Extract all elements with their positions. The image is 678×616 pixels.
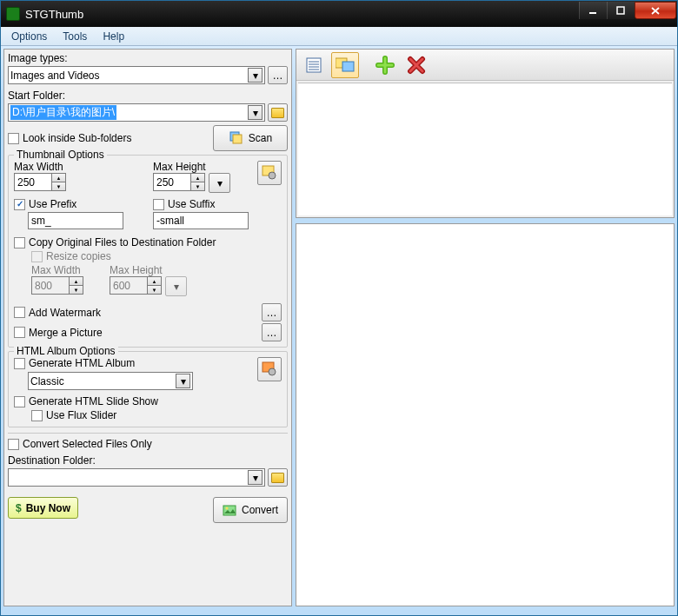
suffix-input[interactable]	[153, 212, 249, 229]
client-area: Image types: Images and Videos ▾ … Start…	[1, 46, 677, 615]
destination-folder-label: Destination Folder:	[8, 454, 288, 467]
dollar-icon: $	[16, 502, 22, 514]
separator	[8, 433, 288, 434]
folder-icon	[271, 473, 284, 483]
thumbnails-icon	[336, 56, 355, 74]
spin-down-icon[interactable]: ▼	[52, 182, 65, 190]
max-width-spinner[interactable]: ▲▼	[14, 173, 66, 191]
copy-max-width-spinner: ▲▼	[31, 276, 83, 295]
image-types-combo[interactable]: Images and Videos ▾	[8, 66, 265, 84]
svg-point-5	[269, 172, 276, 179]
html-album-settings-button[interactable]	[257, 357, 282, 381]
svg-rect-0	[589, 12, 596, 14]
scan-button[interactable]: Scan	[213, 125, 288, 151]
svg-rect-10	[307, 58, 321, 72]
look-inside-checkbox[interactable]	[8, 133, 19, 144]
add-watermark-label: Add Watermark	[29, 307, 101, 319]
copy-max-height-input	[110, 276, 147, 295]
max-width-input[interactable]	[14, 173, 51, 191]
scan-icon	[229, 130, 244, 146]
app-window: STGThumb Options Tools Help Image types:	[0, 0, 678, 616]
image-gear-icon	[262, 165, 277, 181]
copy-max-height-label: Max Height	[110, 264, 187, 276]
image-types-value: Images and Videos	[10, 70, 100, 82]
convert-button[interactable]: Convert	[213, 497, 288, 523]
album-template-combo[interactable]: Classic ▾	[28, 372, 193, 390]
use-suffix-label: Use Suffix	[168, 198, 215, 210]
x-icon	[407, 56, 426, 75]
html-album-options-title: HTML Album Options	[14, 345, 118, 357]
max-width-label: Max Width	[14, 161, 144, 173]
list-icon	[305, 56, 322, 74]
use-prefix-checkbox[interactable]	[14, 199, 25, 210]
resize-copies-label: Resize copies	[46, 250, 111, 262]
generate-slideshow-checkbox[interactable]	[14, 396, 25, 407]
convert-icon	[223, 504, 237, 517]
svg-point-7	[269, 368, 276, 375]
merge-picture-checkbox[interactable]	[14, 327, 25, 338]
start-folder-combo[interactable]: D:\用户目录\我的图片\ ▾	[8, 103, 265, 122]
remove-files-button[interactable]	[402, 52, 430, 78]
buy-now-button[interactable]: $ Buy Now	[8, 497, 78, 519]
thumb-size-dropdown-button[interactable]: ▾	[209, 173, 230, 193]
file-toolbar	[296, 50, 674, 81]
add-watermark-checkbox[interactable]	[14, 307, 25, 318]
album-template-value: Classic	[30, 375, 64, 387]
merge-picture-label: Merge a Picture	[29, 327, 103, 339]
menu-tools[interactable]: Tools	[56, 29, 94, 44]
start-folder-label: Start Folder:	[8, 89, 288, 102]
thumbnail-view-button[interactable]	[331, 52, 359, 78]
file-list-panel	[296, 49, 675, 218]
minimize-button[interactable]	[579, 2, 607, 19]
watermark-settings-button[interactable]: …	[262, 303, 282, 321]
generate-html-album-label: Generate HTML Album	[29, 357, 135, 369]
generate-slideshow-label: Generate HTML Slide Show	[29, 395, 158, 407]
use-prefix-label: Use Prefix	[29, 198, 76, 210]
svg-point-9	[225, 507, 228, 509]
app-icon	[6, 7, 20, 21]
chevron-down-icon: ▾	[248, 105, 263, 120]
folder-icon	[271, 108, 284, 118]
maximize-button[interactable]	[607, 2, 635, 19]
html-album-options-group: HTML Album Options Generate HTML Album C…	[8, 351, 288, 427]
look-inside-label: Look inside Sub-folders	[23, 132, 131, 144]
merge-picture-settings-button[interactable]: …	[262, 323, 282, 341]
max-height-spinner[interactable]: ▲▼	[153, 173, 205, 191]
copy-max-width-label: Max Width	[31, 264, 83, 276]
chevron-down-icon: ▾	[176, 374, 190, 388]
use-flux-slider-checkbox[interactable]	[31, 410, 43, 421]
file-list[interactable]	[298, 83, 672, 215]
chevron-down-icon: ▾	[248, 68, 263, 83]
album-gear-icon	[262, 361, 277, 377]
convert-selected-checkbox[interactable]	[8, 439, 19, 450]
close-button[interactable]	[635, 2, 676, 19]
destination-folder-combo[interactable]: ▾	[8, 468, 265, 487]
max-height-label: Max Height	[153, 161, 240, 173]
generate-html-album-checkbox[interactable]	[14, 358, 25, 369]
copy-original-checkbox[interactable]	[14, 237, 25, 248]
prefix-input[interactable]	[28, 212, 123, 229]
spin-up-icon[interactable]: ▲	[52, 174, 65, 182]
menu-help[interactable]: Help	[96, 29, 131, 44]
plus-icon	[376, 56, 395, 75]
copy-max-width-input	[31, 276, 69, 295]
max-height-input[interactable]	[153, 173, 190, 191]
thumbnail-settings-button[interactable]	[257, 161, 282, 185]
thumbnail-options-group: Thumbnail Options Max Width ▲▼ Max Heigh…	[8, 155, 288, 348]
list-view-button[interactable]	[300, 52, 328, 78]
preview-panel	[296, 223, 675, 606]
convert-selected-label: Convert Selected Files Only	[23, 438, 152, 450]
menu-options[interactable]: Options	[4, 29, 54, 44]
use-suffix-checkbox[interactable]	[153, 199, 164, 210]
start-folder-browse-button[interactable]	[268, 103, 288, 122]
destination-browse-button[interactable]	[268, 468, 288, 487]
image-types-label: Image types:	[8, 52, 288, 64]
copy-max-height-spinner: ▲▼	[110, 276, 162, 295]
image-types-more-button[interactable]: …	[268, 66, 288, 84]
add-files-button[interactable]	[371, 52, 399, 78]
svg-rect-1	[617, 7, 624, 14]
spin-down-icon[interactable]: ▼	[191, 182, 204, 190]
copy-size-dropdown-button: ▾	[165, 276, 187, 296]
spin-up-icon[interactable]: ▲	[191, 174, 204, 182]
menubar: Options Tools Help	[1, 27, 677, 46]
